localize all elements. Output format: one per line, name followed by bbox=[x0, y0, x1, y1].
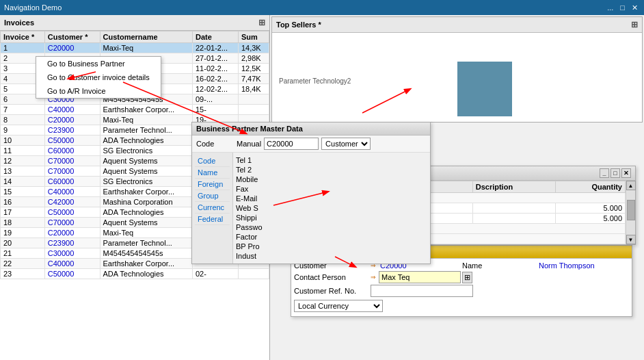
invoice-name: Parameter Technol... bbox=[100, 125, 193, 136]
chart-area: Parameter Technology2 bbox=[272, 33, 642, 122]
invoice-customer: C60000 bbox=[44, 177, 100, 187]
bp-nav-name[interactable]: Name bbox=[195, 167, 230, 179]
bp-fax-label: Fax bbox=[236, 185, 248, 193]
context-menu-item-ar[interactable]: Go to A/R Invoice bbox=[36, 84, 161, 98]
ar-contact-dropdown-btn[interactable]: ⊞ bbox=[462, 272, 472, 283]
invoice-name: Aquent Systems bbox=[100, 156, 193, 166]
scroll-up-btn[interactable]: ▲ bbox=[626, 181, 636, 190]
ar-contact-input[interactable] bbox=[379, 271, 461, 283]
col-date: Date bbox=[193, 31, 239, 43]
invoice-name: ADA Technologies bbox=[100, 269, 193, 279]
invoice-customer: C20000 bbox=[44, 115, 100, 125]
invoice-row[interactable]: 7 C40000 Earthshaker Corpor... 15- bbox=[1, 105, 269, 115]
invoice-customer: C20000 bbox=[44, 228, 100, 238]
bp-master-header: Business Partner Master Data bbox=[192, 123, 430, 136]
invoice-name: Aquent Systems bbox=[100, 218, 193, 228]
bp-email-row: E-Mail bbox=[236, 194, 427, 203]
ar-contact-label: Contact Person bbox=[294, 273, 369, 281]
ar-name-value: Norm Thompson bbox=[539, 261, 629, 270]
bp-nav-federal[interactable]: Federal bbox=[195, 214, 230, 225]
ar-ref-input[interactable] bbox=[371, 285, 473, 297]
bp-toolbar: Code Manual Customer bbox=[192, 136, 430, 153]
bp-nav-area: Code Name Foreign Group Currenc Federal … bbox=[192, 153, 430, 263]
bp-code-input[interactable] bbox=[264, 138, 319, 150]
invoice-num: 18 bbox=[1, 218, 45, 228]
report-min-button[interactable]: _ bbox=[600, 168, 609, 178]
invoice-customer: C42000 bbox=[44, 197, 100, 207]
bp-manual-label: Manual bbox=[237, 140, 261, 148]
invoice-customer: C50000 bbox=[44, 207, 100, 218]
invoice-customer: C23900 bbox=[44, 125, 100, 136]
ar-ref-label: Customer Ref. No. bbox=[294, 287, 369, 295]
invoice-num: 1 bbox=[1, 43, 45, 53]
bp-nav-currency[interactable]: Currenc bbox=[195, 202, 230, 214]
bp-type-select[interactable]: Customer bbox=[321, 138, 371, 150]
invoice-customer: C40000 bbox=[44, 187, 100, 197]
invoice-customer: C70000 bbox=[44, 156, 100, 166]
bp-nav-sidebar: Code Name Foreign Group Currenc Federal bbox=[192, 153, 233, 263]
context-menu-item-invoice-details[interactable]: Go to Customer invoice details bbox=[36, 70, 161, 84]
invoice-num: 19 bbox=[1, 228, 45, 238]
invoice-sum: 7,47K bbox=[238, 74, 269, 84]
invoice-name: SG Electronics bbox=[100, 146, 193, 156]
bp-nav-group[interactable]: Group bbox=[195, 190, 230, 202]
title-bar: Navigation Demo ... □ ✕ bbox=[0, 0, 644, 15]
report-col-quantity: Quantity bbox=[555, 181, 625, 193]
invoice-num: 15 bbox=[1, 187, 45, 197]
invoice-sum: 14,3K bbox=[238, 43, 269, 53]
invoice-name: Maxi-Teq bbox=[100, 43, 193, 53]
invoice-date: 11-02-2... bbox=[193, 64, 239, 74]
invoice-customer: C50000 bbox=[44, 136, 100, 146]
app-title: Navigation Demo bbox=[4, 3, 62, 12]
invoice-num: 7 bbox=[1, 105, 45, 115]
invoice-date: 12-02-2... bbox=[193, 84, 239, 94]
invoice-name: ADA Technologies bbox=[100, 136, 193, 146]
bp-web-row: Web S bbox=[236, 203, 427, 213]
bp-password-row: Passwo bbox=[236, 222, 427, 232]
invoice-num: 14 bbox=[1, 177, 45, 187]
bp-bpro-label: BP Pro bbox=[236, 242, 260, 250]
invoice-date: 22-01-2... bbox=[193, 43, 239, 53]
bp-mobile-label: Mobile bbox=[236, 175, 258, 183]
invoice-num: 17 bbox=[1, 207, 45, 218]
invoice-name: ADA Technologies bbox=[100, 207, 193, 218]
invoices-icon[interactable]: ⊞ bbox=[258, 18, 265, 27]
bp-master-title: Business Partner Master Data bbox=[196, 125, 303, 133]
invoice-customer: C50000 bbox=[44, 269, 100, 279]
context-menu-item-bp[interactable]: Go to Business Partner bbox=[36, 57, 161, 70]
invoice-name: Earthshaker Corpor... bbox=[100, 259, 193, 269]
top-sellers-icon[interactable]: ⊞ bbox=[631, 20, 638, 29]
invoice-sum bbox=[238, 94, 269, 105]
invoices-title: Invoices bbox=[4, 18, 34, 27]
invoice-date: 27-01-2... bbox=[193, 53, 239, 64]
ar-currency-row: Local Currency bbox=[294, 298, 629, 313]
minimize-button[interactable]: ... bbox=[605, 3, 615, 12]
ar-contact-field: ⇒ ⊞ bbox=[371, 271, 629, 283]
report-max-button[interactable]: □ bbox=[611, 168, 620, 178]
bp-nav-code[interactable]: Code bbox=[195, 155, 230, 167]
invoice-name: Maxi-Teq bbox=[100, 115, 193, 125]
invoice-sum bbox=[238, 105, 269, 115]
invoice-num: 10 bbox=[1, 136, 45, 146]
maximize-button[interactable]: □ bbox=[618, 3, 627, 12]
bp-nav-foreign[interactable]: Foreign bbox=[195, 179, 230, 190]
invoice-row[interactable]: 23 C50000 ADA Technologies 02- bbox=[1, 269, 269, 279]
scroll-down-btn[interactable]: ▼ bbox=[626, 235, 636, 244]
ar-ref-field bbox=[371, 285, 629, 297]
close-button[interactable]: ✕ bbox=[630, 3, 640, 12]
report-scrollbar[interactable]: ▲ ▼ bbox=[626, 181, 635, 244]
invoice-row[interactable]: 1 C20000 Maxi-Teq 22-01-2... 14,3K bbox=[1, 43, 269, 53]
invoice-date: 15- bbox=[193, 105, 239, 115]
report-close-button[interactable]: ✕ bbox=[621, 168, 631, 178]
ar-currency-select[interactable]: Local Currency bbox=[294, 300, 383, 312]
bp-mobile-row: Mobile bbox=[236, 175, 427, 184]
invoice-customer: C60000 bbox=[44, 146, 100, 156]
invoice-customer: C23900 bbox=[44, 238, 100, 248]
scroll-thumb[interactable] bbox=[627, 200, 635, 220]
top-sellers-panel: Top Sellers * ⊞ Parameter Technology2 bbox=[271, 16, 643, 123]
invoice-name: Maxi-Teq bbox=[100, 228, 193, 238]
bp-web-label: Web S bbox=[236, 204, 258, 212]
invoice-num: 11 bbox=[1, 146, 45, 156]
bp-factor-row: Factor bbox=[236, 232, 427, 242]
bp-tel2-label: Tel 2 bbox=[236, 166, 252, 174]
